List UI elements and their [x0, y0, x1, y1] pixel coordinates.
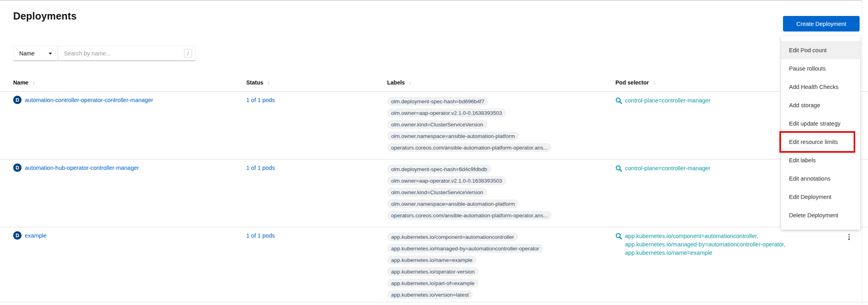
column-header-status[interactable]: Status ↕ — [246, 79, 387, 86]
name-cell: D automation-hub-operator-controller-man… — [0, 159, 246, 172]
action-menu-item-delete-deployment[interactable]: Delete Deployment — [781, 206, 860, 224]
sort-icon: ↕ — [32, 79, 35, 86]
action-menu-item-edit-resource-limits[interactable]: Edit resource limits — [781, 133, 860, 151]
pod-selector-link[interactable]: app.kubernetes.io/managed-by=automationc… — [625, 240, 785, 249]
label-pill[interactable]: app.kubernetes.io/name=example — [387, 256, 477, 264]
labels-cell: olm.deployment-spec-hash=6d4c9fdbdb olm.… — [387, 159, 615, 220]
action-menu-item-pause-rollouts[interactable]: Pause rollouts — [781, 59, 860, 78]
deployment-link[interactable]: example — [25, 232, 47, 239]
status-cell: 1 of 1 pods — [246, 159, 387, 171]
pods-status-link[interactable]: 1 of 1 pods — [246, 165, 275, 171]
action-menu-item-edit-update-strategy[interactable]: Edit update strategy — [781, 114, 860, 133]
table-row: D automation-hub-operator-controller-man… — [0, 159, 868, 227]
sort-icon: ↕ — [267, 79, 270, 86]
pods-status-link[interactable]: 1 of 1 pods — [246, 232, 275, 239]
label-pill[interactable]: olm.owner.kind=ClusterServiceVersion — [387, 188, 487, 197]
label-pill[interactable]: operators.coreos.com/ansible-automation-… — [387, 143, 552, 152]
label-pill[interactable]: app.kubernetes.io/component=automationco… — [387, 232, 518, 241]
labels-cell: app.kubernetes.io/component=automationco… — [387, 227, 615, 299]
keyboard-shortcut-hint: / — [184, 49, 192, 58]
deployment-resource-icon: D — [13, 96, 22, 104]
action-menu-item-edit-pod-count[interactable]: Edit Pod count — [781, 41, 860, 59]
action-menu-item-edit-annotations[interactable]: Edit annotations — [781, 169, 860, 188]
label-pill[interactable]: olm.owner=aap-operator.v2.1.0-0.16383935… — [387, 176, 506, 185]
deployments-page: Deployments Create Deployment Name / Nam… — [0, 0, 868, 305]
chevron-down-icon — [49, 53, 52, 55]
search-icon — [615, 97, 622, 104]
label-pill[interactable]: app.kubernetes.io/managed-by=automationc… — [387, 244, 543, 253]
pod-selector-link[interactable]: control-plane=controller-manager — [625, 164, 710, 173]
label-pill[interactable]: app.kubernetes.io/operator-version — [387, 267, 478, 276]
pod-selector-link[interactable]: app.kubernetes.io/component=automationco… — [625, 232, 785, 240]
label-pill[interactable]: app.kubernetes.io/version=latest — [387, 290, 473, 299]
action-menu: Edit Pod count Pause rollouts Add Health… — [781, 36, 860, 230]
create-deployment-button[interactable]: Create Deployment — [783, 16, 860, 31]
pod-selector-cell: app.kubernetes.io/component=automationco… — [615, 227, 840, 257]
search-icon — [615, 165, 622, 172]
action-menu-item-edit-labels[interactable]: Edit labels — [781, 151, 860, 169]
top-divider — [0, 0, 862, 0]
action-menu-item-edit-deployment[interactable]: Edit Deployment — [781, 188, 860, 206]
label-pill[interactable]: olm.owner.namespace=ansible-automation-p… — [387, 132, 519, 140]
search-input[interactable] — [58, 46, 195, 61]
table-row: D example 1 of 1 pods app.kubernetes.io/… — [0, 227, 868, 302]
pods-status-link[interactable]: 1 of 1 pods — [246, 97, 275, 103]
label-pill[interactable]: olm.owner=aap-operator.v2.1.0-0.16383935… — [387, 108, 506, 117]
action-menu-item-add-health-checks[interactable]: Add Health Checks — [781, 78, 860, 96]
table-row: D automation-controller-operator-control… — [0, 92, 868, 159]
filter-toolbar: Name / — [13, 46, 196, 61]
label-pill[interactable]: olm.owner.kind=ClusterServiceVersion — [387, 120, 487, 129]
labels-cell: olm.deployment-spec-hash=bd696b4f7 olm.o… — [387, 92, 615, 152]
column-header-name[interactable]: Name ↕ — [0, 79, 246, 86]
label-pill[interactable]: olm.deployment-spec-hash=6d4c9fdbdb — [387, 165, 491, 173]
search-box: / — [58, 46, 196, 61]
filter-type-dropdown[interactable]: Name — [13, 46, 58, 61]
sort-icon: ↕ — [409, 79, 411, 86]
status-cell: 1 of 1 pods — [246, 227, 387, 239]
search-icon — [615, 233, 622, 240]
action-menu-item-add-storage[interactable]: Add storage — [781, 96, 860, 114]
filter-type-label: Name — [19, 50, 35, 57]
label-pill[interactable]: olm.owner.namespace=ansible-automation-p… — [387, 199, 519, 208]
name-cell: D example — [0, 227, 246, 240]
sort-icon: ↕ — [653, 79, 656, 86]
page-title: Deployments — [13, 10, 77, 22]
column-header-labels[interactable]: Labels ↕ — [387, 79, 615, 86]
deployments-table: Name ↕ Status ↕ Labels ↕ Pod selector ↕ … — [0, 74, 868, 302]
pod-selector-link[interactable]: control-plane=controller-manager — [625, 96, 710, 105]
label-pill[interactable]: app.kubernetes.io/part-of=example — [387, 279, 478, 287]
deployment-resource-icon: D — [13, 231, 22, 240]
pod-selector-link[interactable]: app.kubernetes.io/name=example — [625, 249, 785, 257]
deployment-link[interactable]: automation-hub-operator-controller-manag… — [25, 165, 139, 171]
label-pill[interactable]: operators.coreos.com/ansible-automation-… — [387, 211, 552, 220]
status-cell: 1 of 1 pods — [246, 92, 387, 104]
deployment-resource-icon: D — [13, 163, 22, 172]
table-header-row: Name ↕ Status ↕ Labels ↕ Pod selector ↕ — [0, 74, 868, 92]
name-cell: D automation-controller-operator-control… — [0, 92, 246, 104]
label-pill[interactable]: olm.deployment-spec-hash=bd696b4f7 — [387, 97, 488, 106]
deployment-link[interactable]: automation-controller-operator-controlle… — [25, 97, 153, 103]
